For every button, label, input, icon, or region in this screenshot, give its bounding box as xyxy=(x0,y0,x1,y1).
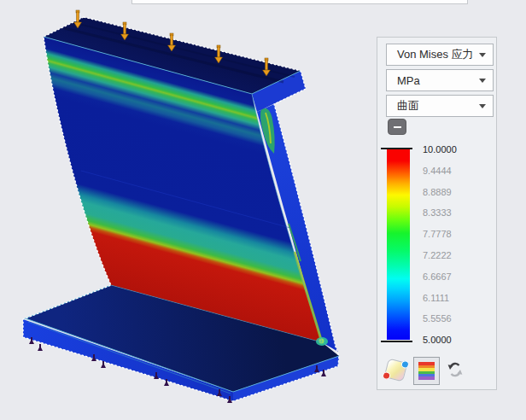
legend-value: 8.3333 xyxy=(423,207,491,219)
display-mode-dropdown[interactable]: 曲面 xyxy=(386,95,494,117)
unit-value: MPa xyxy=(387,74,479,87)
unit-dropdown[interactable]: MPa xyxy=(386,69,494,91)
app-screen: Von Mises 应力 MPa 曲面 10.0000 9.4444 8.888… xyxy=(0,0,526,420)
color-map-icon xyxy=(418,362,435,380)
minus-icon xyxy=(394,126,401,128)
result-type-dropdown[interactable]: Von Mises 应力 xyxy=(386,44,494,66)
legend-value: 9.4444 xyxy=(423,166,491,178)
legend-color-bar xyxy=(387,149,410,340)
legend-min-tick xyxy=(381,341,412,342)
legend-value: 7.7778 xyxy=(423,229,491,241)
probe-gradient-icon[interactable] xyxy=(384,359,408,382)
chevron-down-icon[interactable] xyxy=(479,53,486,57)
fixture-glyph xyxy=(38,344,43,351)
legend-value: 5.5556 xyxy=(423,313,491,325)
color-map-button[interactable] xyxy=(413,357,440,385)
legend-value: 6.1111 xyxy=(423,293,491,305)
chevron-down-icon[interactable] xyxy=(479,79,486,83)
legend-value: 6.6667 xyxy=(423,271,491,283)
result-type-value: Von Mises 应力 xyxy=(387,47,479,62)
legend-value: 8.8889 xyxy=(423,187,491,199)
collapse-button[interactable] xyxy=(388,119,406,135)
probe-min-dot xyxy=(382,371,391,381)
legend-value: 10.0000 xyxy=(423,144,491,156)
legend-value: 7.2222 xyxy=(423,250,491,262)
chevron-down-icon[interactable] xyxy=(479,104,486,108)
results-panel: Von Mises 应力 MPa 曲面 10.0000 9.4444 8.888… xyxy=(377,37,497,390)
probe-max-dot xyxy=(400,359,410,369)
refresh-icon[interactable] xyxy=(446,360,465,379)
legend-value: 5.0000 xyxy=(423,335,491,347)
display-mode-value: 曲面 xyxy=(387,98,479,114)
